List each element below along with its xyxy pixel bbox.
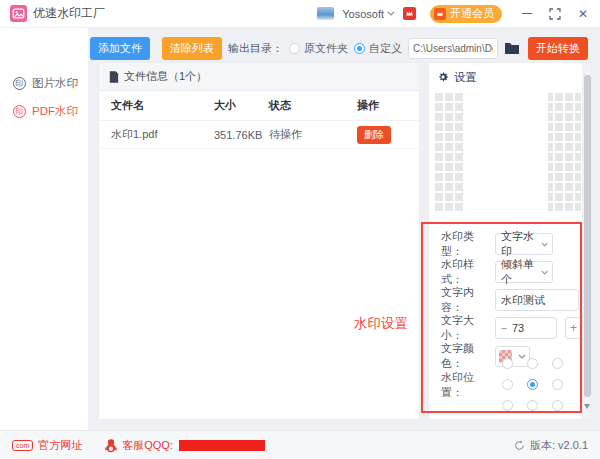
maximize-button[interactable]	[548, 7, 562, 21]
settings-fields: 水印类型： 文字水印 水印样式： 倾斜单个 文字内容： 文字大小：	[441, 233, 579, 373]
preview-page	[464, 91, 548, 211]
customer-service-qq: 客服QQQ:	[104, 438, 265, 453]
col-filename: 文件名	[111, 98, 214, 113]
radio-icon	[289, 43, 300, 54]
watermark-preview	[433, 91, 581, 211]
radio-label: 原文件夹	[304, 41, 348, 56]
watermark-type-select[interactable]: 文字水印	[495, 233, 553, 255]
browse-folder-button[interactable]	[504, 40, 522, 56]
file-panel-title: 文件信息（1个）	[124, 69, 207, 84]
folder-icon	[504, 42, 520, 55]
cell-filename: 水印1.pdf	[111, 127, 214, 142]
clear-list-button[interactable]: 清除列表	[162, 37, 222, 60]
account-menu[interactable]: Yososoft	[342, 8, 395, 20]
refresh-icon[interactable]	[514, 440, 525, 451]
radio-label: 自定义	[369, 41, 402, 56]
col-action: 操作	[357, 98, 407, 113]
titlebar: 优速水印工厂 Yososoft 开通会员 ✕	[0, 0, 600, 28]
position-radio-bottom-center[interactable]	[527, 400, 538, 411]
file-info-panel: 文件信息（1个） 文件名 大小 状态 操作 水印1.pdf 351.76KB 待…	[98, 62, 420, 420]
account-name: Yososoft	[342, 8, 384, 20]
scroll-down-icon[interactable]	[584, 409, 591, 417]
watermark-style-select[interactable]: 倾斜单个	[495, 261, 553, 283]
position-grid: 水印位置：	[441, 356, 581, 419]
position-radio-bottom-left[interactable]	[502, 400, 513, 411]
cell-status: 待操作	[269, 127, 357, 142]
output-dir-label: 输出目录：	[228, 41, 283, 56]
position-radio-top-center[interactable]	[527, 358, 538, 369]
minimize-button[interactable]	[520, 7, 534, 21]
scroll-up-icon[interactable]	[584, 65, 591, 73]
start-convert-button[interactable]: 开始转换	[528, 37, 588, 60]
position-label: 水印位置：	[441, 370, 495, 400]
col-size: 大小	[214, 98, 269, 113]
website-label: 官方网址	[38, 438, 82, 453]
radio-icon	[354, 43, 365, 54]
table-row: 水印1.pdf 351.76KB 待操作 删除	[99, 121, 419, 149]
decrease-size-button[interactable]: −	[496, 322, 512, 334]
text-content-label: 文字内容：	[441, 285, 495, 315]
settings-header: 设置	[429, 63, 591, 91]
crown-icon	[434, 8, 446, 20]
gear-icon	[437, 71, 449, 83]
sidebar-item-label: 图片水印	[32, 76, 78, 91]
app-logo-icon	[10, 5, 27, 22]
position-radio-center[interactable]	[527, 379, 538, 390]
select-value: 倾斜单个	[501, 257, 541, 287]
table-header: 文件名 大小 状态 操作	[99, 91, 419, 121]
user-avatar[interactable]	[317, 7, 334, 20]
minimize-icon	[522, 13, 532, 14]
open-vip-button[interactable]: 开通会员	[430, 5, 502, 23]
official-website-link[interactable]: com 官方网址	[12, 438, 82, 453]
qq-number-redaction	[179, 440, 265, 451]
settings-title: 设置	[454, 70, 477, 85]
app-title: 优速水印工厂	[33, 5, 105, 22]
text-size-label: 文字大小：	[441, 313, 495, 343]
maximize-icon	[549, 8, 561, 20]
text-content-input[interactable]	[495, 289, 579, 311]
cell-size: 351.76KB	[214, 129, 269, 141]
delete-file-button[interactable]: 删除	[357, 126, 391, 144]
app-window: 优速水印工厂 Yososoft 开通会员 ✕	[0, 0, 600, 459]
scrollbar-thumb[interactable]	[584, 75, 591, 397]
close-button[interactable]: ✕	[576, 7, 590, 21]
position-radio-top-right[interactable]	[552, 358, 563, 369]
position-radio-bottom-right[interactable]	[552, 400, 563, 411]
vip-pill-label: 开通会员	[450, 6, 494, 21]
output-path-input[interactable]	[408, 38, 498, 59]
version-info: 版本: v2.0.1	[514, 438, 588, 453]
sidebar: 印 图片水印 印 PDF水印	[0, 28, 88, 430]
add-files-button[interactable]: 添加文件	[90, 37, 150, 60]
chevron-down-icon	[387, 11, 395, 16]
file-panel-header: 文件信息（1个）	[99, 63, 419, 91]
statusbar: com 官方网址 客服QQQ: 版本: v2.0.1	[0, 430, 600, 459]
website-icon: com	[12, 440, 33, 451]
stamp-icon: 印	[13, 77, 26, 90]
annotation-label: 水印设置	[354, 315, 408, 333]
col-status: 状态	[269, 98, 357, 113]
radio-custom-folder[interactable]: 自定义	[354, 41, 402, 56]
sidebar-item-label: PDF水印	[32, 104, 78, 119]
vip-icon	[403, 7, 416, 20]
position-radio-middle-left[interactable]	[502, 379, 513, 390]
watermark-style-label: 水印样式：	[441, 257, 495, 287]
sidebar-item-pdf-watermark[interactable]: 印 PDF水印	[0, 100, 88, 122]
watermark-type-label: 水印类型：	[441, 229, 495, 259]
text-size-stepper: − +	[495, 317, 582, 339]
radio-original-folder[interactable]: 原文件夹	[289, 41, 348, 56]
chevron-down-icon	[541, 270, 548, 275]
document-icon	[109, 71, 119, 83]
position-radio-top-left[interactable]	[502, 358, 513, 369]
qq-label: 客服QQQ:	[122, 438, 173, 453]
stamp-icon: 印	[13, 105, 26, 118]
text-size-input[interactable]	[512, 322, 546, 334]
increase-size-button[interactable]: +	[565, 317, 582, 339]
sidebar-item-image-watermark[interactable]: 印 图片水印	[0, 72, 88, 94]
select-value: 文字水印	[501, 229, 541, 259]
settings-panel: 设置 水印类型： 文字水印 水印样式： 倾斜单个 文字内容：	[428, 62, 592, 420]
position-radio-middle-right[interactable]	[552, 379, 563, 390]
version-text: 版本: v2.0.1	[530, 438, 588, 453]
size-input-box: −	[495, 317, 557, 339]
toolbar: 添加文件 清除列表 输出目录： 原文件夹 自定义 开始转换	[90, 36, 588, 60]
settings-scrollbar[interactable]	[582, 63, 591, 419]
